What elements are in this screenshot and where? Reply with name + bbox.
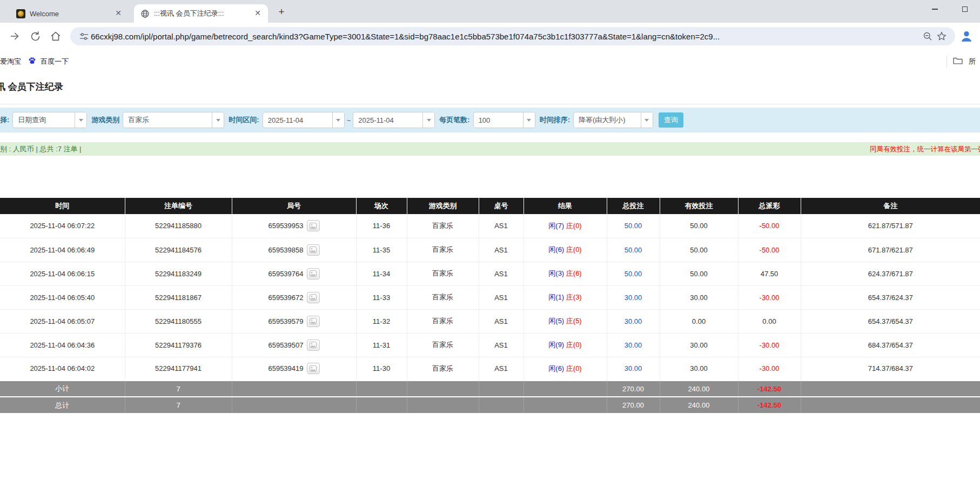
game-type-select[interactable]: 百家乐 <box>123 112 224 128</box>
col-header-round-no: 局号 <box>232 198 356 214</box>
new-tab-button[interactable]: + <box>274 5 288 19</box>
payout-value: 0.00 <box>762 317 776 325</box>
url-bar[interactable]: 66cxkj98.com/ipl/portal.php/game/betreco… <box>70 27 955 45</box>
chevron-down-icon[interactable] <box>332 112 344 128</box>
cell-round-no: 659539953 <box>232 214 356 238</box>
round-replay-button[interactable] <box>307 316 320 327</box>
all-bookmarks-label[interactable]: 所 <box>969 57 976 66</box>
picture-icon <box>310 223 317 229</box>
cell-result: 闲(1) 庄(3) <box>523 285 607 309</box>
summary-table-row: 总计 7 270.00 240.00 -142.50 <box>0 397 980 413</box>
date-to-input[interactable]: 2025-11-04 <box>353 112 435 128</box>
profile-avatar[interactable] <box>959 29 974 43</box>
summary-payout-value: -142.50 <box>757 401 781 409</box>
round-replay-button[interactable] <box>307 220 320 231</box>
col-header-time: 时间 <box>0 198 125 214</box>
tab-close-icon[interactable]: ✕ <box>113 9 123 18</box>
bookmark-baidu[interactable]: 百度一下 <box>24 54 72 69</box>
tab-welcome[interactable]: Welcome ✕ <box>10 4 129 23</box>
result-player: 闲(5) <box>548 317 564 325</box>
bookmarks-divider <box>947 56 947 68</box>
date-from-input[interactable]: 2025-11-04 <box>263 112 345 128</box>
globe-favicon-icon <box>140 9 150 18</box>
total-bet-link[interactable]: 30.00 <box>625 341 642 349</box>
round-no-value: 659539672 <box>268 294 303 302</box>
summary-table-row: 小计 7 270.00 240.00 -142.50 <box>0 381 980 397</box>
sort-select[interactable]: 降幂(由大到小) <box>573 112 653 128</box>
search-button[interactable]: 查询 <box>659 112 683 128</box>
round-no-value: 659539419 <box>268 364 303 372</box>
payout-value: -30.00 <box>760 294 780 302</box>
query-type-label: 择: <box>0 115 9 125</box>
cell-game-type: 百家乐 <box>407 333 479 357</box>
cell-valid-bet: 30.00 <box>660 285 738 309</box>
forward-button[interactable] <box>6 28 23 44</box>
cell-result: 闲(5) 庄(5) <box>523 309 607 333</box>
summary-empty <box>407 397 479 413</box>
welcome-favicon-icon <box>16 9 25 18</box>
round-replay-button[interactable] <box>307 244 320 256</box>
cell-payout: -30.00 <box>738 285 801 309</box>
cell-bet-no: 522941177941 <box>125 357 232 381</box>
chevron-down-icon[interactable] <box>422 112 434 128</box>
cell-valid-bet: 30.00 <box>660 333 738 357</box>
home-button[interactable] <box>48 28 64 44</box>
cell-total-bet: 30.00 <box>607 285 660 309</box>
round-replay-button[interactable] <box>307 363 320 374</box>
total-bet-link[interactable]: 30.00 <box>625 294 642 302</box>
total-bet-link[interactable]: 30.00 <box>625 364 642 372</box>
folder-icon[interactable] <box>952 56 963 67</box>
cell-time: 2025-11-04 06:06:49 <box>0 238 125 262</box>
browser-window: Welcome ✕ :::视讯 会员下注纪录::: ✕ + <box>0 0 980 486</box>
total-bet-link[interactable]: 50.00 <box>625 270 642 278</box>
summary-empty <box>232 381 356 397</box>
result-banker: 庄(5) <box>566 317 582 325</box>
bookmark-aitaobao[interactable]: 爱淘宝 <box>0 55 24 69</box>
reload-icon <box>30 31 41 42</box>
summary-total-bet: 270.00 <box>607 381 660 397</box>
cell-payout: 47.50 <box>738 262 801 285</box>
maximize-icon <box>962 6 968 12</box>
bookmark-star-icon[interactable] <box>935 29 949 43</box>
page-size-select[interactable]: 100 <box>473 112 535 128</box>
cell-valid-bet: 50.00 <box>660 238 738 262</box>
bet-records-table: 时间 注单编号 局号 场次 游戏类别 桌号 结果 总投注 有效投注 总派彩 备注… <box>0 198 980 413</box>
cell-total-bet: 30.00 <box>607 309 660 333</box>
cell-result: 闲(6) 庄(0) <box>523 238 607 262</box>
reload-button[interactable] <box>27 28 43 44</box>
tab-bet-records[interactable]: :::视讯 会员下注纪录::: ✕ <box>134 4 268 23</box>
baidu-paw-icon <box>28 56 37 67</box>
cell-session: 11-30 <box>356 357 407 381</box>
url-text[interactable]: 66cxkj98.com/ipl/portal.php/game/betreco… <box>91 32 921 41</box>
query-type-select[interactable]: 日期查询 <box>12 112 87 128</box>
result-banker: 庄(0) <box>566 341 582 349</box>
total-bet-link[interactable]: 30.00 <box>625 317 642 325</box>
chevron-down-icon[interactable] <box>523 112 535 128</box>
cell-remark: 714.37/684.37 <box>801 357 980 381</box>
bookmarks-overflow: 所 <box>947 50 976 73</box>
minimize-button[interactable] <box>919 0 950 18</box>
date-range-separator: ~ <box>347 116 351 124</box>
zoom-out-icon[interactable] <box>921 29 935 43</box>
round-replay-button[interactable] <box>307 268 320 279</box>
tab-close-icon[interactable]: ✕ <box>253 9 263 18</box>
cell-total-bet: 30.00 <box>607 357 660 381</box>
round-replay-button[interactable] <box>307 339 320 351</box>
cell-bet-no: 522941179376 <box>125 333 232 357</box>
cell-bet-no: 522941185880 <box>125 214 232 238</box>
maximize-button[interactable] <box>950 0 980 18</box>
table-row: 2025-11-04 06:05:07 522941180555 6595395… <box>0 309 980 333</box>
cell-table-no: AS1 <box>479 333 523 357</box>
cell-total-bet: 50.00 <box>607 238 660 262</box>
cell-payout: -50.00 <box>738 238 801 262</box>
total-bet-link[interactable]: 50.00 <box>625 246 642 254</box>
round-replay-button[interactable] <box>307 292 320 303</box>
chevron-down-icon[interactable] <box>212 112 224 128</box>
chevron-down-icon[interactable] <box>75 112 86 128</box>
col-header-remark: 备注 <box>801 198 980 214</box>
cell-valid-bet: 50.00 <box>660 214 738 238</box>
site-settings-icon[interactable] <box>77 29 91 43</box>
chevron-down-icon[interactable] <box>641 112 653 128</box>
cell-remark: 654.37/624.37 <box>801 285 980 309</box>
total-bet-link[interactable]: 50.00 <box>625 222 642 230</box>
